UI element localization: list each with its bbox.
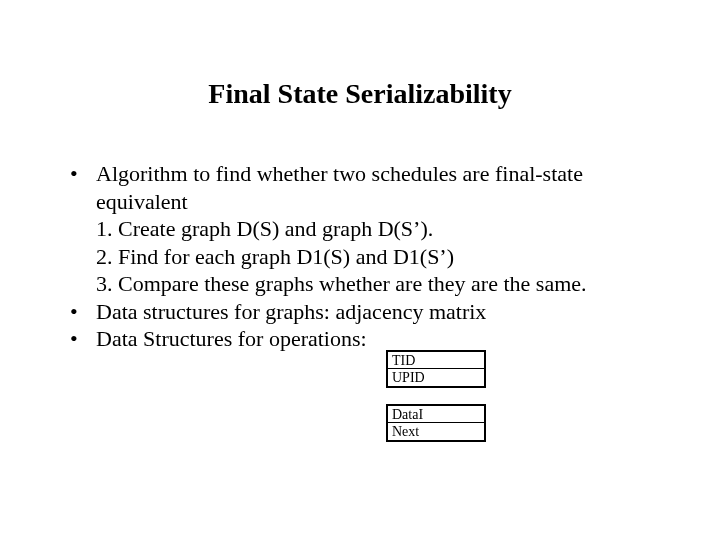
table-2-row-1: DataI [388,406,484,422]
bullet-3-text: Data Structures for operations: [96,325,670,353]
bullet-2-text: Data structures for graphs: adjacency ma… [96,298,670,326]
slide: Final State Serializability • Algorithm … [0,0,720,540]
table-1-row-2: UPID [388,368,484,385]
bullet-2: • Data structures for graphs: adjacency … [70,298,670,326]
operation-tables: TID UPID DataI Next [386,350,486,442]
bullet-1-sub-1: 1. Create graph D(S) and graph D(S’). [96,215,670,243]
table-2: DataI Next [386,404,486,442]
bullet-1-sub-3: 3. Compare these graphs whether are they… [96,270,670,298]
bullet-1: • Algorithm to find whether two schedule… [70,160,670,215]
bullet-dot-icon: • [70,298,96,326]
bullet-1-text: Algorithm to find whether two schedules … [96,160,670,215]
slide-body: • Algorithm to find whether two schedule… [70,160,670,353]
bullet-dot-icon: • [70,325,96,353]
table-1: TID UPID [386,350,486,388]
bullet-dot-icon: • [70,160,96,188]
bullet-3: • Data Structures for operations: [70,325,670,353]
table-2-row-2: Next [388,422,484,439]
slide-title: Final State Serializability [0,78,720,110]
bullet-1-sub-2: 2. Find for each graph D1(S) and D1(S’) [96,243,670,271]
table-1-row-1: TID [388,352,484,368]
